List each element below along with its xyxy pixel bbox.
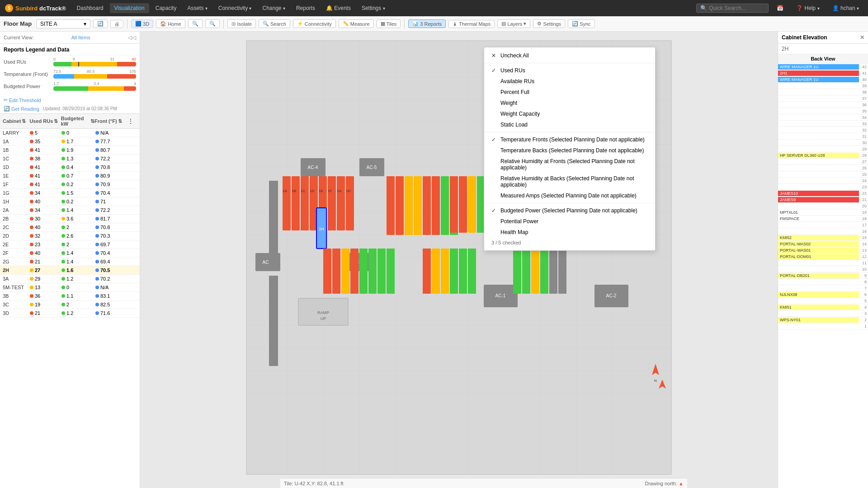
zoom-in-button[interactable]: 🔍 [188, 19, 203, 28]
elevation-slot-row[interactable]: 3 [778, 310, 868, 317]
weight-capacity-item[interactable]: Weight Capacity [484, 108, 655, 119]
close-elevation-icon[interactable]: ✕ [860, 34, 864, 41]
elevation-slot-row[interactable]: 38 [778, 89, 868, 95]
nav-events[interactable]: 🔔 Events [321, 3, 355, 13]
reports-dropdown[interactable]: ✕ Uncheck All ✓ Used RUs Available RUs P… [484, 47, 656, 251]
elevation-slot-row[interactable]: 20 [778, 203, 868, 209]
elevation-slot-row[interactable]: WIRE MANAGER 1U42 [778, 64, 868, 70]
table-row[interactable]: 1E410.780.9 [0, 172, 140, 180]
elevation-slot-row[interactable]: PORTAL-WAS0113 [778, 247, 868, 253]
search-button[interactable]: 🔍 Search [259, 19, 290, 28]
elevation-slot-row[interactable]: 33 [778, 121, 868, 127]
settings-toolbar-button[interactable]: ⚙ Settings [533, 19, 565, 28]
elevation-slot-row[interactable]: 10 [778, 266, 868, 272]
used-rus-item[interactable]: ✓ Used RUs [484, 65, 655, 76]
table-row[interactable]: 2D322.670.3 [0, 232, 140, 240]
elevation-slot-row[interactable]: PORTAL-DOM0112 [778, 253, 868, 260]
elevation-slot-row[interactable]: 29 [778, 146, 868, 152]
potential-power-item[interactable]: Potential Power [484, 216, 655, 227]
tiles-button[interactable]: ▦ Tiles [377, 19, 401, 28]
table-row[interactable]: 2C40270.8 [0, 223, 140, 232]
health-map-item[interactable]: Health Map [484, 227, 655, 238]
nav-visualization[interactable]: Visualization [110, 3, 149, 13]
nav-reports[interactable]: Reports [292, 3, 320, 13]
elevation-slot-row[interactable]: 34 [778, 114, 868, 121]
elevation-slot-row[interactable]: 36 [778, 102, 868, 108]
refresh-button[interactable]: 🔄 [93, 19, 108, 28]
elevation-slot-row[interactable]: MPTXL0119 [778, 209, 868, 216]
table-row[interactable]: 5M-TEST130N/A [0, 283, 140, 292]
elevation-scroll-area[interactable]: WIRE MANAGER 1U422H141WIRE MANAGER 1U403… [778, 64, 868, 488]
humidity-fronts-item[interactable]: Relative Humidity at Fronts (Selected Pl… [484, 156, 655, 173]
percent-full-item[interactable]: Percent Full [484, 87, 655, 98]
elevation-slot-row[interactable]: 1 [778, 323, 868, 329]
weight-item[interactable]: Weight [484, 98, 655, 108]
elevation-slot-row[interactable]: KMI514 [778, 304, 868, 310]
floor-map-canvas[interactable]: AC-4 AC-5 AC-1 AC-7 AC-6 AC-1 AC-2 [140, 32, 778, 488]
table-row[interactable]: 3C19282.5 [0, 300, 140, 309]
table-row[interactable]: 3A291.270.2 [0, 275, 140, 283]
table-row[interactable]: 2E23269.7 [0, 240, 140, 249]
table-row[interactable]: 2B303.681.7 [0, 215, 140, 223]
zoom-out-button[interactable]: 🔍 [205, 19, 220, 28]
nav-assets[interactable]: Assets ▾ [183, 3, 212, 13]
current-view-link[interactable]: All Items [71, 35, 90, 40]
measured-amps-item[interactable]: Measured Amps (Selected Planning Date no… [484, 190, 655, 201]
elevation-slot-row[interactable]: 8 [778, 279, 868, 285]
col-header-front-temp[interactable]: Front (°F) ⇅ [94, 118, 128, 124]
elevation-slot-row[interactable]: 16 [778, 228, 868, 235]
elevation-slot-row[interactable]: 23 [778, 184, 868, 190]
table-row[interactable]: 3B361.183.1 [0, 292, 140, 300]
edit-threshold-button[interactable]: ✏ Edit Threshold [4, 97, 41, 103]
table-row[interactable]: 2A341.472.2 [0, 206, 140, 215]
elevation-slot-row[interactable]: 27 [778, 159, 868, 165]
static-load-item[interactable]: Static Load [484, 119, 655, 130]
table-row[interactable]: 1G341.570.4 [0, 189, 140, 197]
elevation-slot-row[interactable]: 25 [778, 171, 868, 178]
elevation-slot-row[interactable]: 5 [778, 298, 868, 304]
elevation-slot-row[interactable]: PORTAL-WAS0214 [778, 241, 868, 247]
table-row[interactable]: 3D211.271.6 [0, 309, 140, 318]
elevation-slot-row[interactable]: FMSPACE18 [778, 216, 868, 222]
collapse-icon[interactable]: ◁◁ [128, 34, 136, 41]
table-row[interactable]: 1D410.470.8 [0, 163, 140, 172]
nav-dashboard[interactable]: Dashboard [72, 3, 108, 13]
elevation-slot-row[interactable]: 24 [778, 178, 868, 184]
elevation-slot-row[interactable]: 30 [778, 140, 868, 146]
measure-button[interactable]: 📏 Measure [339, 19, 374, 28]
elevation-slot-row[interactable]: 37 [778, 95, 868, 102]
elevation-slot-row[interactable]: WPS-NY012 [778, 317, 868, 323]
3d-button[interactable]: 🟦 3D [131, 19, 153, 28]
elevation-slot-row[interactable]: NJLNX086 [778, 291, 868, 298]
table-row[interactable]: 2G211.469.4 [0, 258, 140, 266]
site-selector[interactable]: SITE A ▾ [36, 19, 90, 28]
elevation-slot-row[interactable]: 32 [778, 127, 868, 133]
elevation-slot-row[interactable]: HP SERVER DL360 U2828 [778, 152, 868, 159]
connectivity-button[interactable]: ⚡ Connectivity [293, 19, 336, 28]
available-rus-item[interactable]: Available RUs [484, 76, 655, 87]
elevation-slot-row[interactable]: JAMES921 [778, 197, 868, 203]
elevation-slot-row[interactable]: 35 [778, 108, 868, 114]
elevation-slot-row[interactable]: JAMES1022 [778, 190, 868, 197]
elevation-slot-row[interactable]: 31 [778, 133, 868, 140]
uncheck-all-item[interactable]: ✕ Uncheck All [484, 50, 655, 61]
print-button[interactable]: 🖨 [110, 20, 123, 28]
elevation-slot-row[interactable]: 39 [778, 83, 868, 89]
budgeted-power-item[interactable]: ✓ Budgeted Power (Selected Planning Date… [484, 205, 655, 216]
temp-fronts-item[interactable]: ✓ Temperature Fronts (Selected Planning … [484, 134, 655, 145]
calendar-icon[interactable]: 📅 [772, 3, 788, 13]
thermal-maps-button[interactable]: 🌡 Thermal Maps [448, 20, 495, 28]
nav-connectivity[interactable]: Connectivity ▾ [214, 3, 256, 13]
elevation-slot-row[interactable]: 17 [778, 222, 868, 228]
elevation-slot-row[interactable]: 26 [778, 165, 868, 171]
temp-backs-item[interactable]: Temperature Backs (Selected Planning Dat… [484, 145, 655, 156]
elevation-slot-row[interactable]: 2H141 [778, 70, 868, 76]
elevation-slot-row[interactable]: 11 [778, 260, 868, 266]
layers-button[interactable]: ▤ Layers ▾ [497, 19, 530, 28]
elevation-slot-row[interactable]: PORTAL-DB2019 [778, 272, 868, 279]
reports-button[interactable]: 📊 3 Reports [408, 19, 446, 28]
elevation-slot-row[interactable]: WIRE MANAGER 1U40 [778, 76, 868, 83]
table-row[interactable]: 2H271.670.5 [0, 266, 140, 275]
col-more-options[interactable]: ⋮ [128, 118, 137, 124]
col-header-cabinet[interactable]: Cabinet ⇅ [3, 118, 29, 124]
